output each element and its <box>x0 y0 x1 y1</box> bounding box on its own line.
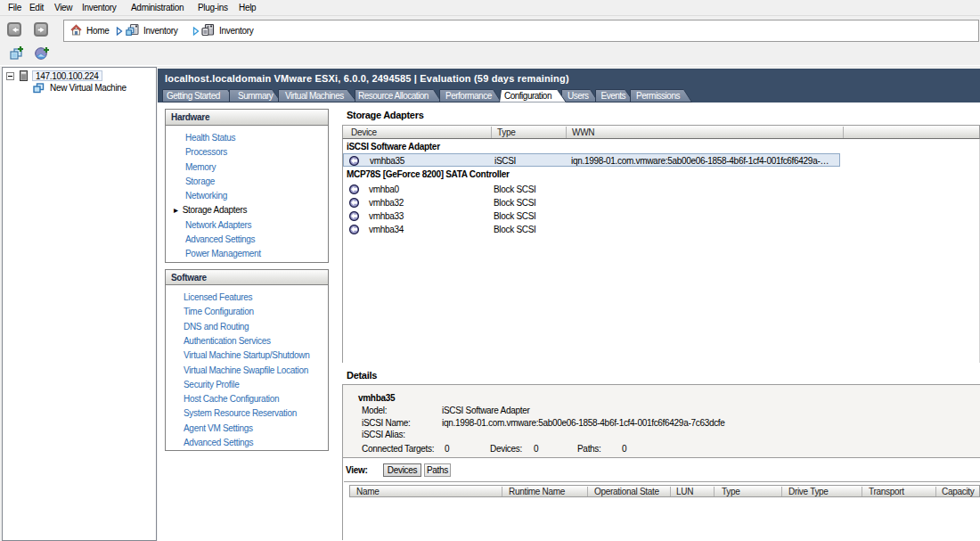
svg-text:Resource Allocation: Resource Allocation <box>358 91 429 101</box>
svg-text:Events: Events <box>601 91 626 101</box>
svg-text:Virtual Machines: Virtual Machines <box>285 91 344 101</box>
svg-text:Configuration: Configuration <box>504 91 551 101</box>
svg-text:Performance: Performance <box>445 91 493 101</box>
svg-text:Getting Started: Getting Started <box>167 91 220 101</box>
svg-text:Users: Users <box>568 91 589 101</box>
svg-text:Permissions: Permissions <box>636 91 680 101</box>
svg-text:Summary: Summary <box>238 91 274 101</box>
